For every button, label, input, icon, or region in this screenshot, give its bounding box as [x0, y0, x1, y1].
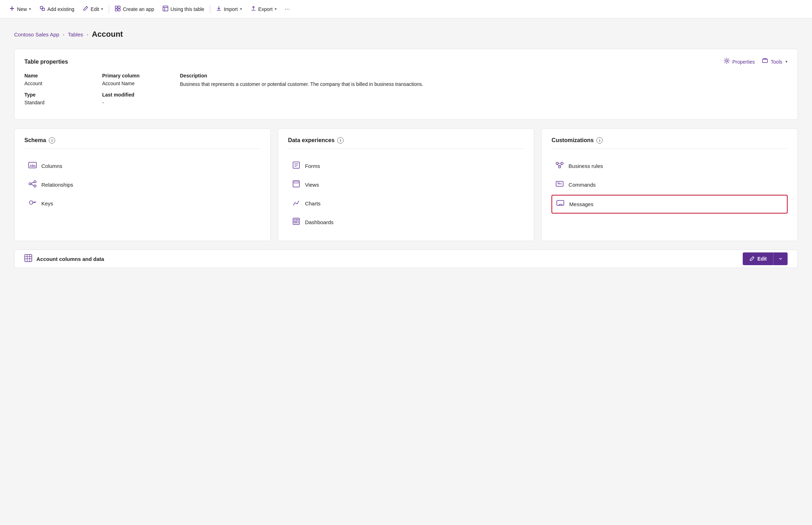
svg-rect-2 — [40, 6, 43, 9]
add-existing-icon — [40, 6, 45, 13]
tools-label: Tools — [771, 59, 782, 65]
customizations-info-icon[interactable]: i — [596, 137, 603, 144]
import-chevron: ▾ — [240, 7, 242, 11]
edit-button-group[interactable]: Edit — [743, 252, 788, 265]
edit-chevron: ▾ — [101, 7, 103, 11]
export-button[interactable]: Export ▾ — [247, 4, 280, 15]
using-table-label: Using this table — [170, 6, 204, 12]
svg-rect-5 — [118, 6, 120, 8]
svg-rect-4 — [115, 6, 117, 8]
svg-rect-43 — [25, 255, 32, 262]
last-modified-value: - — [102, 100, 180, 111]
forms-icon — [292, 162, 301, 170]
breadcrumb: Contoso Sales App › Tables › Account — [14, 30, 798, 39]
separator-2 — [210, 5, 210, 13]
toolbar: New ▾ Add existing Edit ▾ — [0, 0, 812, 18]
data-experiences-header: Data experiences i — [288, 137, 524, 149]
using-table-button[interactable]: Using this table — [159, 4, 208, 15]
properties-button[interactable]: Properties — [724, 58, 755, 66]
svg-rect-7 — [118, 9, 120, 11]
edit-pencil-icon — [749, 256, 755, 262]
create-app-button[interactable]: Create an app — [111, 4, 158, 15]
edit-main-label: Edit — [758, 256, 767, 262]
charts-item[interactable]: Charts — [288, 195, 524, 212]
schema-header: Schema i — [24, 137, 261, 149]
forms-item[interactable]: Forms — [288, 157, 524, 175]
messages-icon — [556, 200, 565, 209]
name-value: Account — [24, 81, 102, 92]
primary-column-value: Account Name — [102, 81, 180, 92]
svg-line-37 — [557, 164, 560, 166]
svg-rect-8 — [163, 6, 168, 11]
svg-line-38 — [560, 164, 562, 166]
schema-info-icon[interactable]: i — [49, 137, 55, 144]
add-existing-button[interactable]: Add existing — [36, 4, 78, 15]
breadcrumb-sep-1: › — [63, 32, 64, 37]
data-experiences-card: Data experiences i Forms — [278, 128, 534, 241]
messages-item[interactable]: Messages — [551, 195, 788, 214]
import-label: Import — [224, 6, 238, 12]
dashboards-label: Dashboards — [305, 219, 334, 225]
svg-rect-27 — [294, 182, 298, 183]
business-rules-item[interactable]: Business rules — [551, 157, 788, 175]
tools-icon — [762, 58, 768, 66]
edit-icon — [83, 6, 88, 13]
more-button[interactable]: ··· — [282, 3, 293, 15]
views-icon — [292, 180, 301, 189]
card-actions: Properties Tools ▾ — [724, 58, 788, 66]
svg-point-33 — [556, 162, 558, 164]
new-label: New — [17, 6, 27, 12]
import-button[interactable]: Import ▾ — [212, 4, 246, 15]
svg-point-21 — [29, 201, 33, 204]
svg-rect-30 — [297, 219, 298, 220]
new-chevron: ▾ — [29, 7, 31, 11]
relationships-item[interactable]: Relationships — [24, 176, 261, 193]
commands-icon — [555, 180, 564, 189]
edit-button[interactable]: Edit ▾ — [79, 4, 107, 15]
views-label: Views — [305, 182, 319, 188]
views-item[interactable]: Views — [288, 176, 524, 193]
type-label: Type — [24, 92, 102, 100]
create-app-icon — [115, 6, 121, 13]
customizations-header: Customizations i — [551, 137, 788, 149]
card-header: Table properties Properties — [24, 58, 788, 66]
dashboards-item[interactable]: Dashboards — [288, 214, 524, 231]
new-button[interactable]: New ▾ — [6, 4, 35, 15]
commands-item[interactable]: Commands — [551, 176, 788, 193]
schema-title: Schema — [24, 137, 46, 144]
separator-1 — [109, 5, 109, 13]
add-existing-label: Add existing — [47, 6, 74, 12]
props-grid: Name Account Type Standard Primary colum… — [24, 73, 788, 111]
columns-item[interactable]: Abc Columns — [24, 157, 261, 175]
svg-point-16 — [29, 183, 31, 185]
svg-point-35 — [559, 166, 561, 168]
columns-icon: Abc — [28, 162, 37, 170]
properties-icon — [724, 58, 730, 66]
breadcrumb-app[interactable]: Contoso Sales App — [14, 31, 59, 37]
breadcrumb-current: Account — [92, 30, 123, 39]
breadcrumb-tables[interactable]: Tables — [68, 31, 83, 37]
forms-label: Forms — [305, 163, 320, 169]
export-label: Export — [258, 6, 273, 12]
tools-chevron: ▾ — [785, 59, 788, 64]
edit-chevron-btn[interactable] — [773, 253, 788, 264]
card-title: Table properties — [24, 59, 68, 65]
bottom-bar: Account columns and data Edit — [14, 250, 798, 268]
svg-point-34 — [561, 162, 563, 164]
tools-button[interactable]: Tools ▾ — [762, 58, 788, 66]
type-value: Standard — [24, 100, 102, 111]
keys-item[interactable]: Keys — [24, 195, 261, 212]
import-icon — [216, 6, 222, 13]
commands-label: Commands — [568, 182, 596, 188]
data-experiences-info-icon[interactable]: i — [337, 137, 344, 144]
svg-rect-3 — [42, 8, 45, 11]
edit-main-btn[interactable]: Edit — [743, 252, 773, 265]
using-table-icon — [163, 6, 168, 13]
business-rules-label: Business rules — [568, 163, 603, 169]
description-value: Business that represents a customer or p… — [180, 81, 788, 88]
customizations-card: Customizations i Business rules — [541, 128, 798, 241]
svg-point-17 — [34, 181, 36, 183]
new-icon — [9, 6, 15, 13]
svg-rect-32 — [294, 222, 296, 223]
export-icon — [251, 6, 256, 13]
